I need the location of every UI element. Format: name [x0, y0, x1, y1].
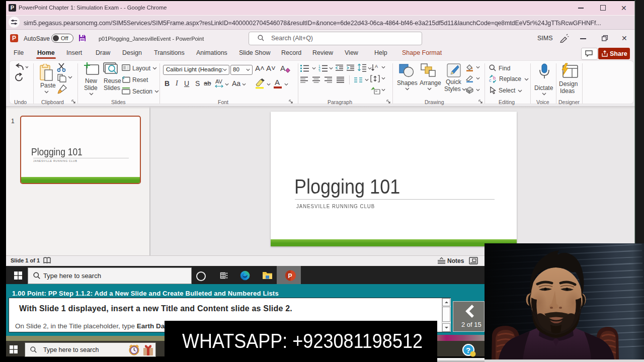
svg-text:3: 3 — [318, 69, 320, 72]
svg-text:?: ? — [466, 346, 470, 354]
svg-text:A: A — [375, 64, 378, 69]
svg-text:b: b — [493, 75, 496, 80]
svg-text:P: P — [288, 273, 292, 280]
svg-text:c: c — [489, 78, 492, 83]
